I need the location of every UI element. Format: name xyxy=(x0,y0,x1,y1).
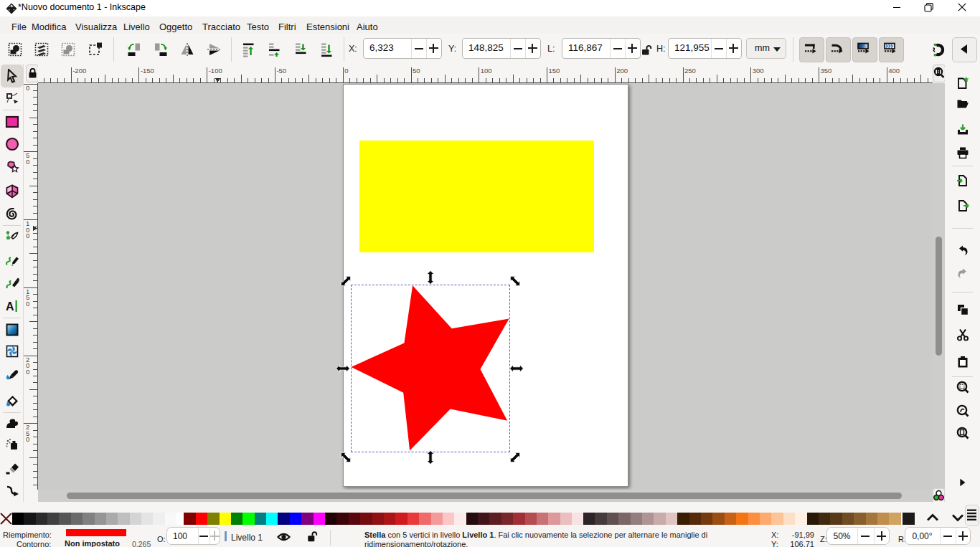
svg-text:A: A xyxy=(6,300,14,313)
